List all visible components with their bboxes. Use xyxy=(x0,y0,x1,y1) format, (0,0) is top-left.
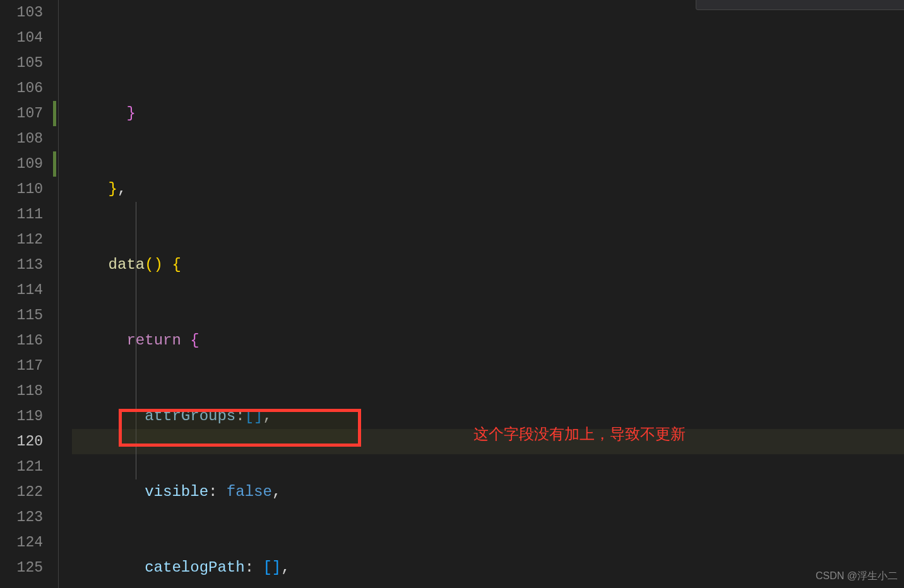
line-number-gutter[interactable]: 103 104 105 106 107 108 109 110 111 112 … xyxy=(0,0,53,588)
line-number[interactable]: 117 xyxy=(0,353,53,379)
boolean: false xyxy=(227,483,272,500)
hover-popup-edge xyxy=(696,0,904,10)
line-number[interactable]: 109 xyxy=(0,151,53,177)
indent-guide xyxy=(136,202,136,479)
colon: : xyxy=(245,559,263,576)
fold-column[interactable] xyxy=(58,0,72,588)
line-number[interactable]: 124 xyxy=(0,530,53,555)
line-number[interactable]: 121 xyxy=(0,454,53,479)
property: catelogPath xyxy=(145,559,244,576)
line-number[interactable]: 122 xyxy=(0,479,53,505)
property: visible xyxy=(145,483,208,500)
line-number[interactable]: 119 xyxy=(0,404,53,429)
line-number[interactable]: 120 xyxy=(0,429,53,454)
code-line[interactable]: catelogPath: [], xyxy=(72,555,904,580)
parens: () xyxy=(145,256,163,273)
code-line[interactable]: }, xyxy=(72,177,904,202)
brackets: [] xyxy=(245,408,263,425)
colon: : xyxy=(208,483,227,500)
line-number[interactable]: 115 xyxy=(0,303,53,328)
line-number[interactable]: 107 xyxy=(0,101,53,126)
change-marker-column xyxy=(53,0,58,588)
brace-open: { xyxy=(190,332,199,349)
keyword-return: return xyxy=(126,332,181,349)
brace-close: } xyxy=(109,180,117,197)
line-number[interactable]: 110 xyxy=(0,177,53,202)
code-content[interactable]: } }, data() { return { attrGroups:[], vi… xyxy=(72,0,904,588)
code-line[interactable]: data() { xyxy=(72,252,904,278)
line-number[interactable]: 104 xyxy=(0,25,53,50)
line-number[interactable]: 106 xyxy=(0,76,53,101)
code-line[interactable]: return { xyxy=(72,328,904,353)
watermark: CSDN @浮生小二 xyxy=(816,570,898,583)
line-number[interactable]: 116 xyxy=(0,328,53,353)
line-number[interactable]: 118 xyxy=(0,379,53,404)
code-line[interactable]: } xyxy=(72,101,904,126)
line-number[interactable]: 108 xyxy=(0,126,53,151)
line-number[interactable]: 113 xyxy=(0,252,53,278)
brace-open: { xyxy=(172,256,181,273)
method-name: data xyxy=(109,256,145,273)
line-number[interactable]: 105 xyxy=(0,50,53,76)
comma: , xyxy=(263,408,271,425)
line-number[interactable]: 112 xyxy=(0,227,53,252)
comma: , xyxy=(272,483,281,500)
comma: , xyxy=(117,180,126,197)
line-number[interactable]: 114 xyxy=(0,278,53,303)
brackets: [] xyxy=(263,559,281,576)
line-number[interactable]: 123 xyxy=(0,505,53,530)
line-number[interactable]: 111 xyxy=(0,202,53,227)
code-line[interactable]: visible: false, xyxy=(72,479,904,505)
annotation-text: 这个字段没有加上，导致不更新 xyxy=(473,421,686,447)
line-number[interactable]: 103 xyxy=(0,0,53,25)
property: attrGroups xyxy=(145,408,235,425)
comma: , xyxy=(281,559,290,576)
brace-close: } xyxy=(126,105,135,122)
code-editor[interactable]: 103 104 105 106 107 108 109 110 111 112 … xyxy=(0,0,904,588)
colon: : xyxy=(235,408,244,425)
line-number[interactable]: 125 xyxy=(0,555,53,580)
